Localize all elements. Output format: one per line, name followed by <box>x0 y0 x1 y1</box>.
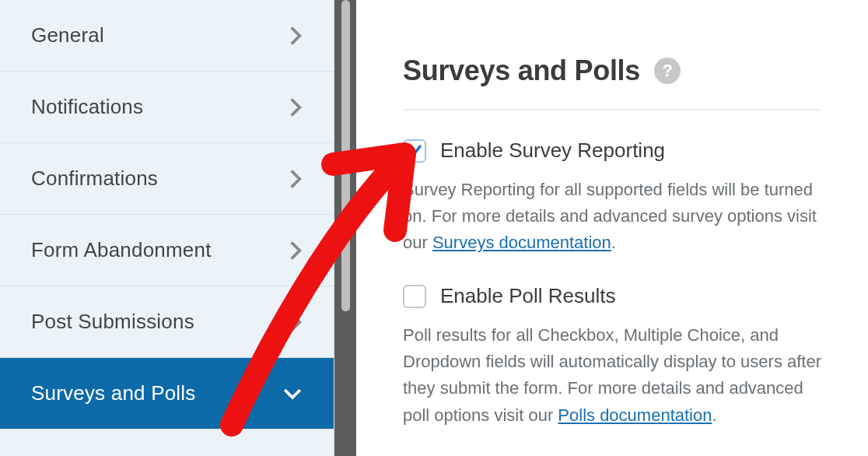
option-enable-survey-reporting: Enable Survey Reporting Survey Reporting… <box>403 139 821 256</box>
chevron-right-icon <box>289 25 303 47</box>
option-header: Enable Poll Results <box>403 284 821 308</box>
option-header: Enable Survey Reporting <box>403 139 821 163</box>
sidebar-item-general[interactable]: General <box>0 0 334 72</box>
option-label: Enable Survey Reporting <box>440 139 665 163</box>
sidebar-item-notifications[interactable]: Notifications <box>0 72 334 143</box>
option-enable-poll-results: Enable Poll Results Poll results for all… <box>403 284 821 428</box>
option-desc-post: . <box>712 405 716 425</box>
chevron-right-icon <box>289 96 303 118</box>
option-description: Survey Reporting for all supported field… <box>403 177 821 256</box>
chevron-right-icon <box>289 168 303 190</box>
sidebar-item-post-submissions[interactable]: Post Submissions <box>0 286 334 358</box>
help-icon[interactable]: ? <box>654 58 681 84</box>
chevron-right-icon <box>289 240 303 261</box>
sidebar-item-label: Surveys and Polls <box>31 381 196 405</box>
panel-title: Surveys and Polls <box>403 54 640 87</box>
sidebar-item-confirmations[interactable]: Confirmations <box>0 143 334 215</box>
option-label: Enable Poll Results <box>440 284 615 308</box>
chevron-right-icon <box>289 311 303 333</box>
polls-documentation-link[interactable]: Polls documentation <box>558 405 712 425</box>
sidebar-item-label: Notifications <box>31 95 143 119</box>
scrollbar-track[interactable] <box>341 0 350 311</box>
checkbox-enable-survey-reporting[interactable] <box>403 139 426 163</box>
sidebar-item-label: Post Submissions <box>31 310 194 334</box>
option-desc-post: . <box>611 233 616 252</box>
sidebar-item-label: Form Abandonment <box>31 238 212 262</box>
chevron-down-icon <box>282 387 303 401</box>
sidebar-item-label: General <box>31 23 104 47</box>
sidebar-item-surveys-and-polls[interactable]: Surveys and Polls <box>0 358 334 430</box>
option-description: Poll results for all Checkbox, Multiple … <box>403 322 821 428</box>
panel-title-row: Surveys and Polls ? <box>403 54 821 87</box>
settings-sidebar: General Notifications Confirmations Form… <box>0 0 334 456</box>
settings-panel: Surveys and Polls ? Enable Survey Report… <box>356 0 868 456</box>
surveys-documentation-link[interactable]: Surveys documentation <box>432 233 611 252</box>
panel-divider <box>403 109 821 110</box>
panel-gutter <box>334 0 356 456</box>
checkbox-enable-poll-results[interactable] <box>403 285 426 308</box>
sidebar-item-label: Confirmations <box>31 167 158 191</box>
sidebar-item-form-abandonment[interactable]: Form Abandonment <box>0 215 334 286</box>
panel-wrap: Surveys and Polls ? Enable Survey Report… <box>356 0 868 456</box>
